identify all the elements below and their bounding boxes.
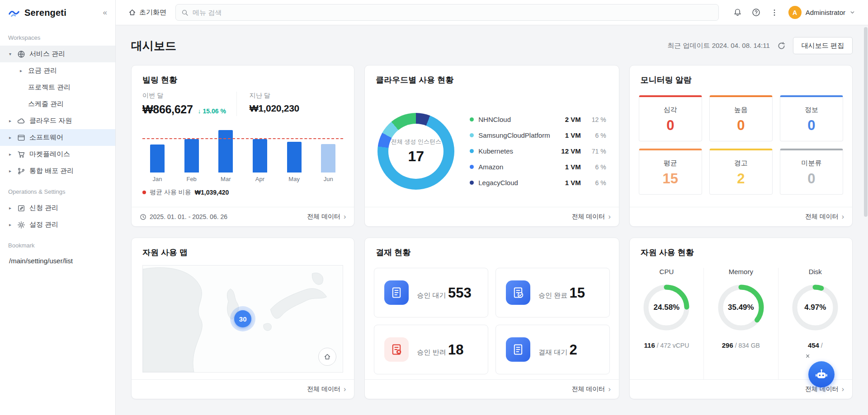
approval-tile-payment-pending[interactable]: 결재 대기 2 (495, 325, 610, 374)
card-title: 자원 사용 맵 (142, 248, 188, 257)
chevron-right-icon: › (344, 213, 346, 220)
sidebar-item-cloud-resources[interactable]: ▸ 클라우드 자원 (0, 112, 115, 129)
card-approval: 결재 현황 승인 대기 553 (364, 238, 619, 399)
donut-center-label: 전체 생성 인스턴스 (391, 138, 441, 146)
gauge-label: CPU (660, 268, 674, 275)
gear-icon (17, 221, 25, 229)
notifications-button[interactable] (733, 8, 742, 17)
sidebar-item-project-mgmt[interactable]: 프로젝트 관리 (0, 79, 115, 96)
gauge-used: 296 (722, 341, 733, 349)
caret-right-icon: ▸ (7, 135, 13, 140)
approval-count: 2 (570, 342, 577, 358)
alarm-count: 0 (666, 118, 674, 132)
search-input[interactable] (193, 9, 713, 16)
legend-percent: 12 % (585, 116, 606, 123)
sidebar-item-marketplace[interactable]: ▸ 마켓플레이스 (0, 146, 115, 163)
legend-name: LegacyCloud (478, 179, 550, 187)
bar-jun: Jun (319, 144, 338, 183)
refresh-icon (777, 42, 786, 50)
kebab-icon (770, 9, 778, 17)
sidebar-collapse-button[interactable]: « (103, 8, 107, 17)
resource-map[interactable]: 30 (142, 265, 343, 373)
approval-tile-rejected[interactable]: 승인 반려 18 (374, 325, 488, 374)
all-data-link[interactable]: 전체 데이터 › (307, 213, 346, 221)
dashboard-main: 대시보드 최근 업데이트 2024. 04. 08. 14:11 대시보드 편집… (116, 25, 868, 415)
legend-vm-count: 1 VM (555, 163, 581, 171)
sidebar-item-schedule-mgmt[interactable]: 스케줄 관리 (0, 96, 115, 112)
dashboard-edit-button[interactable]: 대시보드 편집 (793, 37, 853, 54)
dashboard-grid: 빌링 현황 이번 달 ₩866,627 ↓ 15.06 % 지난 달 ₩1,02… (131, 65, 853, 399)
last-month-value: ₩1,020,230 (250, 103, 299, 114)
scrollbar-thumb[interactable] (864, 27, 868, 217)
page-scrollbar (864, 26, 868, 413)
legend-item: NHNCloud 2 VM 12 % (470, 116, 606, 123)
sidebar-item-label: 프로젝트 관리 (28, 83, 71, 92)
software-icon (17, 134, 25, 142)
card-title: 자원 사용 현황 (641, 248, 694, 257)
map-cluster-marker[interactable]: 30 (230, 306, 255, 331)
approval-grid: 승인 대기 553 승인 완료 15 (365, 261, 618, 374)
sidebar-item-service-mgmt[interactable]: ▾ 서비스 관리 (0, 46, 115, 62)
refresh-button[interactable] (777, 42, 786, 50)
approval-label: 승인 반려 (417, 348, 446, 356)
home-screen-button[interactable]: 초기화면 (128, 8, 166, 17)
user-menu[interactable]: A Administrator (788, 6, 855, 19)
all-data-link[interactable]: 전체 데이터 › (571, 213, 610, 221)
bookmark-link[interactable]: /main/setting/user/list (0, 253, 115, 268)
sidebar-item-request-mgmt[interactable]: ▸ 신청 관리 (0, 200, 115, 216)
gauge-percent: 4.97% (788, 281, 842, 334)
workspaces-label: Workspaces (0, 25, 115, 46)
average-cost-line (142, 138, 343, 139)
topbar: 초기화면 A Administrator (116, 0, 868, 25)
card-monitoring: 모니터링 알람 심각 0 높음 0 정보 0 평균 15 (629, 65, 853, 227)
gauge-cpu: CPU 24.58% 116 / 472 vCPU (630, 268, 703, 379)
gauge-memory: Memory 35.49% 296 / 834 GB (703, 268, 778, 379)
gauge-total: / (821, 342, 823, 349)
alarm-box-warning: 경고 2 (709, 149, 773, 195)
approval-tile-approved[interactable]: 승인 완료 15 (495, 268, 610, 317)
sidebar: Serengeti « Workspaces ▾ 서비스 관리 ▸ 요금 관리 … (0, 0, 116, 415)
approval-label: 승인 완료 (538, 291, 567, 299)
help-button[interactable] (752, 8, 760, 17)
brand-name: Serengeti (24, 8, 99, 18)
more-menu-button[interactable] (770, 9, 778, 17)
sidebar-item-settings-mgmt[interactable]: ▸ 설정 관리 (0, 216, 115, 233)
sidebar-item-deploy-mgmt[interactable]: ▸ 통합 배포 관리 (0, 163, 115, 179)
all-data-link[interactable]: 전체 데이터 › (571, 385, 610, 393)
sidebar-item-label: 소프트웨어 (29, 133, 63, 142)
alarm-box-critical: 심각 0 (639, 95, 702, 141)
sidebar-item-label: 서비스 관리 (29, 50, 65, 58)
sidebar-item-label: 스케줄 관리 (28, 100, 64, 108)
alarm-count: 0 (807, 118, 815, 132)
gauge-total: / 834 GB (735, 342, 760, 349)
billing-last-month: 지난 달 ₩1,020,230 (236, 92, 344, 116)
monitoring-grid: 심각 0 높음 0 정보 0 평균 15 경고 2 (630, 88, 852, 195)
legend-dot (470, 149, 474, 153)
legend-dot (470, 181, 474, 185)
page-title: 대시보드 (131, 38, 176, 53)
all-data-link[interactable]: 전체 데이터 › (805, 213, 844, 221)
alarm-box-average: 평균 15 (639, 149, 702, 195)
card-title: 클라우드별 사용 현황 (376, 75, 453, 84)
chatbot-button[interactable] (808, 361, 835, 387)
avatar: A (788, 6, 802, 19)
sidebar-item-fee-mgmt[interactable]: ▸ 요금 관리 (0, 62, 115, 79)
alarm-label: 미분류 (801, 159, 821, 168)
cost-delta: ↓ 15.06 % (198, 107, 226, 115)
chevron-right-icon: › (842, 386, 844, 393)
sidebar-item-software[interactable]: ▸ 소프트웨어 (0, 129, 115, 146)
bar-feb: Feb (182, 139, 201, 183)
approval-label: 승인 대기 (417, 291, 446, 299)
globe-icon (17, 50, 25, 58)
branch-icon (17, 167, 25, 175)
approval-tile-pending[interactable]: 승인 대기 553 (374, 268, 488, 317)
sidebar-item-label: 신청 관리 (29, 204, 58, 212)
alarm-count: 0 (737, 118, 745, 132)
all-data-link[interactable]: 전체 데이터 › (307, 385, 346, 393)
chatbot-close-button[interactable]: × (806, 352, 810, 360)
legend-item: Kubernetes 12 VM 71 % (470, 147, 606, 155)
card-cloud-usage: 클라우드별 사용 현황 전체 생성 인스턴스 17 NHNCloud 2 VM … (364, 65, 619, 227)
clock-icon (140, 214, 146, 220)
map-home-button[interactable] (318, 348, 336, 366)
cloud-icon (17, 117, 25, 125)
